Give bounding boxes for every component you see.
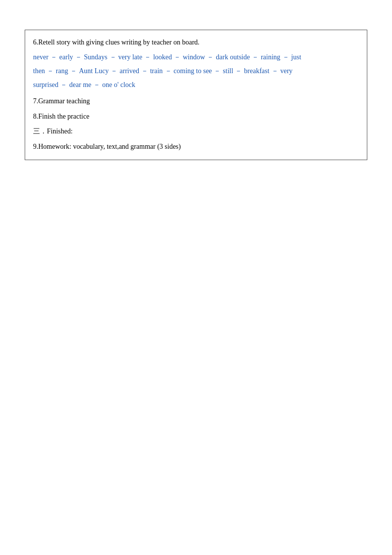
word-surprised: surprised [33, 78, 58, 92]
word-dark-outside: dark outside [216, 50, 250, 64]
dash2: － [75, 50, 82, 64]
word-just: just [291, 50, 301, 64]
word-arrived: arrived [119, 64, 139, 78]
dash16: － [272, 64, 278, 78]
dash6: － [207, 50, 214, 64]
word-very: very [280, 64, 293, 78]
word-aunt-lucy: Aunt Lucy [79, 64, 109, 78]
word-looked: looked [153, 50, 172, 64]
dash7: － [252, 50, 259, 64]
dash9: － [47, 64, 54, 78]
content-box: 6.Retell story with giving clues writing… [25, 30, 367, 160]
word-one-oclock: one o' clock [102, 78, 135, 92]
dash3: － [110, 50, 117, 64]
clues-line1: never － early － Sundays － very late － lo… [33, 50, 359, 64]
item9-label: 9.Homework: vocabulary, text,and grammar… [33, 143, 181, 150]
dash4: － [144, 50, 151, 64]
word-window: window [183, 50, 205, 64]
clues-line3: surprised － dear me － one o' clock [33, 78, 359, 92]
word-sundays: Sundays [84, 50, 107, 64]
dash17: － [60, 78, 67, 92]
item8-finish: 8.Finish the practice [33, 110, 359, 123]
dash10: － [70, 64, 77, 78]
dash15: － [235, 64, 242, 78]
item6-label: 6.Retell story with giving clues writing… [33, 39, 199, 46]
item8-label: 8.Finish the practice [33, 113, 89, 120]
page: 6.Retell story with giving clues writing… [0, 0, 392, 555]
dash8: － [282, 50, 289, 64]
word-very-late: very late [118, 50, 143, 64]
word-then: then [33, 64, 45, 78]
dash18: － [93, 78, 100, 92]
dash14: － [214, 64, 221, 78]
item7-label: 7.Grammar teaching [33, 97, 90, 105]
dash13: － [165, 64, 172, 78]
item9-homework: 9.Homework: vocabulary, text,and grammar… [33, 140, 359, 153]
dash12: － [141, 64, 148, 78]
word-breakfast: breakfast [244, 64, 269, 78]
dash1: － [50, 50, 57, 64]
dash5: － [174, 50, 181, 64]
roman3-finished: 三．Finished: [33, 125, 359, 137]
word-never: never [33, 50, 48, 64]
word-dear-me: dear me [69, 78, 91, 92]
item7-grammar: 7.Grammar teaching [33, 95, 359, 107]
word-coming-to-see: coming to see [174, 64, 212, 78]
item6-retell: 6.Retell story with giving clues writing… [33, 36, 359, 48]
word-still: still [223, 64, 233, 78]
dash11: － [111, 64, 118, 78]
word-raining: raining [261, 50, 280, 64]
clues-line2: then － rang － Aunt Lucy － arrived － trai… [33, 64, 359, 78]
word-early: early [59, 50, 73, 64]
word-train: train [150, 64, 163, 78]
roman3-label: 三．Finished: [33, 128, 73, 135]
word-rang: rang [56, 64, 68, 78]
